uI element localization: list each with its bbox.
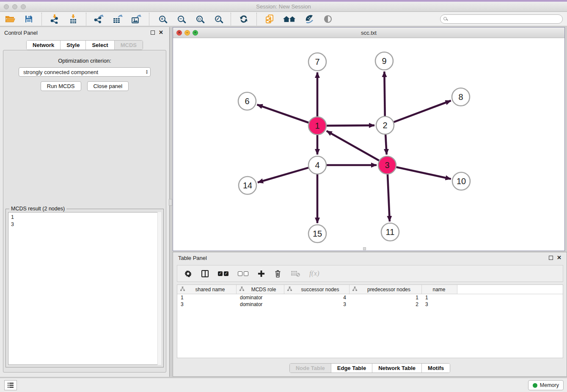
column-layout-icon[interactable]: [201, 270, 209, 277]
graph-edge-3-1[interactable]: [327, 131, 379, 160]
table-tabs: Node Table Edge Table Network Table Moti…: [173, 363, 567, 373]
graph-node-11[interactable]: 11: [381, 223, 399, 241]
float-table-panel-icon[interactable]: [549, 256, 553, 260]
task-history-icon[interactable]: [4, 380, 17, 390]
column-type-icon: [180, 287, 185, 293]
graph-edge-3-10[interactable]: [396, 167, 451, 179]
import-table-icon[interactable]: [67, 13, 79, 25]
graph-node-1[interactable]: 1: [308, 117, 326, 135]
network-graph[interactable]: 7968124314101511: [173, 38, 564, 251]
gear-icon[interactable]: [184, 270, 192, 278]
import-network-icon[interactable]: [49, 13, 61, 25]
table-cell[interactable]: 1: [350, 295, 422, 301]
graph-node-3[interactable]: 3: [378, 156, 396, 174]
network-window-title: scc.txt: [173, 30, 564, 36]
column-header-MCDS-role[interactable]: MCDS role: [237, 285, 284, 294]
graph-node-15[interactable]: 15: [308, 225, 326, 243]
tab-select[interactable]: Select: [86, 41, 114, 50]
graph-node-8[interactable]: 8: [452, 88, 470, 106]
column-header-shared-name[interactable]: shared name: [177, 285, 237, 294]
graph-node-2[interactable]: 2: [376, 116, 394, 134]
clone-network-icon[interactable]: [264, 13, 275, 25]
control-panel-title: Control Panel: [4, 30, 38, 36]
function-builder-icon[interactable]: f(x): [309, 269, 319, 278]
svg-text:9: 9: [382, 56, 386, 66]
refresh-icon[interactable]: [238, 13, 250, 25]
graph-node-14[interactable]: 14: [239, 177, 256, 194]
tab-motifs[interactable]: Motifs: [422, 364, 450, 373]
tab-network[interactable]: Network: [27, 41, 61, 50]
add-column-icon[interactable]: [258, 270, 265, 277]
table-cell[interactable]: dominator: [237, 295, 284, 301]
panel-splitter-handle[interactable]: [169, 199, 172, 206]
table-cell[interactable]: 2: [350, 301, 422, 307]
graph-edge-2-3[interactable]: [385, 135, 387, 155]
table-body: 1dominator4113dominator323: [177, 294, 563, 308]
deselect-all-icon[interactable]: [238, 271, 248, 276]
table-row[interactable]: 3dominator323: [177, 301, 563, 308]
table-row[interactable]: 1dominator411: [177, 294, 563, 301]
zoom-out-icon[interactable]: −: [175, 13, 187, 25]
search-input[interactable]: [440, 14, 563, 24]
table-cell[interactable]: 3: [177, 301, 237, 307]
table-cell[interactable]: 1: [177, 295, 237, 301]
network-resize-handle[interactable]: [363, 247, 366, 250]
delete-table-icon[interactable]: [291, 270, 300, 277]
status-bar: Memory: [0, 378, 567, 392]
graph-node-9[interactable]: 9: [375, 52, 393, 70]
zoom-in-icon[interactable]: +: [156, 13, 168, 25]
run-mcds-button[interactable]: Run MCDS: [41, 81, 81, 91]
graph-node-10[interactable]: 10: [452, 172, 470, 190]
column-header-successor-nodes[interactable]: successor nodes: [284, 285, 350, 294]
table-cell[interactable]: 1: [422, 295, 457, 301]
graph-edge-2-8[interactable]: [394, 101, 451, 122]
graph-node-7[interactable]: 7: [308, 53, 326, 71]
select-all-icon[interactable]: ✓✓: [218, 271, 228, 276]
delete-icon[interactable]: [274, 270, 281, 278]
graphics-detail-icon[interactable]: [322, 13, 334, 25]
mcds-result-title: MCDS result (2 nodes): [9, 206, 66, 212]
table-cell[interactable]: 4: [284, 295, 350, 301]
close-panel-icon[interactable]: ✕: [159, 29, 163, 36]
graph-edge-4-14[interactable]: [258, 168, 308, 182]
export-table-icon[interactable]: [112, 13, 124, 25]
table-cell[interactable]: 3: [284, 301, 350, 307]
save-session-icon[interactable]: [23, 13, 35, 25]
graph-edge-3-11[interactable]: [388, 174, 390, 221]
tab-node-table[interactable]: Node Table: [290, 364, 331, 373]
network-canvas[interactable]: 7968124314101511: [173, 38, 564, 251]
mcds-result-text[interactable]: 13: [8, 212, 161, 365]
svg-text:3: 3: [385, 160, 389, 170]
graph-node-4[interactable]: 4: [308, 156, 326, 174]
result-scrollbar[interactable]: [157, 212, 161, 365]
result-line: 3: [11, 221, 158, 228]
node-table[interactable]: shared nameMCDS rolesuccessor nodesprede…: [177, 284, 563, 358]
export-network-icon[interactable]: [93, 13, 105, 25]
close-table-panel-icon[interactable]: ✕: [557, 254, 561, 261]
table-cell[interactable]: 3: [422, 301, 457, 307]
graph-node-6[interactable]: 6: [238, 92, 256, 110]
tab-edge-table[interactable]: Edge Table: [331, 364, 372, 373]
criterion-dropdown[interactable]: strongly connected component ▴▾: [19, 67, 151, 77]
bird-view-icon[interactable]: [303, 13, 315, 25]
column-header-predecessor-nodes[interactable]: predecessor nodes: [350, 285, 422, 294]
memory-button[interactable]: Memory: [528, 380, 564, 390]
graph-edge-1-2[interactable]: [327, 125, 374, 126]
tab-mcds[interactable]: MCDS: [115, 41, 143, 50]
open-file-icon[interactable]: [4, 13, 16, 25]
fit-content-icon[interactable]: [193, 13, 205, 25]
memory-status-icon: [533, 383, 537, 388]
search-field-wrap: [440, 14, 563, 24]
float-panel-icon[interactable]: [151, 30, 155, 35]
graph-edge-2-9[interactable]: [384, 72, 385, 116]
graph-edge-1-6[interactable]: [257, 105, 309, 122]
first-neighbors-icon[interactable]: [282, 13, 297, 25]
table-cell[interactable]: dominator: [237, 301, 284, 307]
column-header-name[interactable]: name: [422, 285, 457, 294]
export-image-icon[interactable]: [130, 13, 142, 25]
close-panel-button[interactable]: Close panel: [87, 81, 129, 91]
zoom-selected-icon[interactable]: ✓: [212, 13, 224, 25]
tab-network-table[interactable]: Network Table: [372, 364, 422, 373]
svg-text:10: 10: [457, 177, 466, 186]
tab-style[interactable]: Style: [61, 41, 86, 50]
